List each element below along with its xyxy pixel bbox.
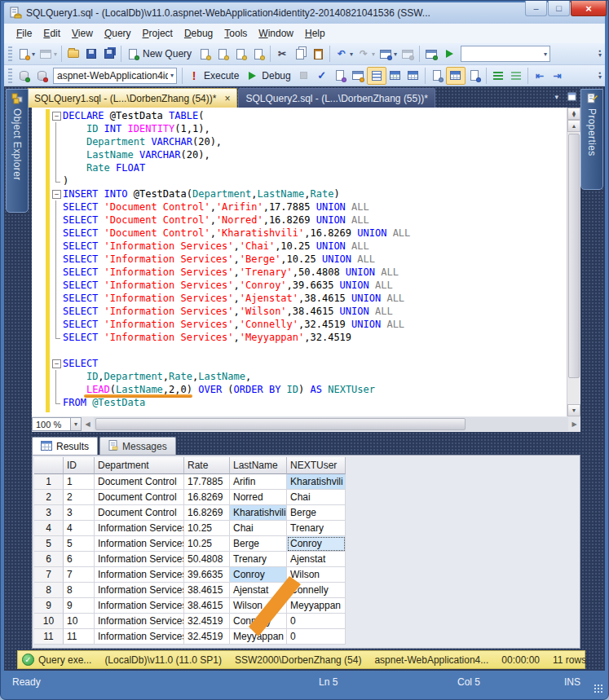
execute-button[interactable]: !Execute [185,67,243,85]
row-header[interactable]: 5 [34,536,64,552]
menu-edit[interactable]: Edit [38,25,66,42]
cell-rate[interactable]: 32.4519 [184,614,230,629]
cell-department[interactable]: Information Services [95,583,184,598]
intellisense-icon[interactable] [367,67,386,85]
new-query-button[interactable]: New Query [124,45,196,63]
outdent-icon[interactable]: ⇤ [531,67,549,85]
comment-icon[interactable] [489,67,507,85]
cancel-query-icon[interactable] [295,67,313,85]
title-bar[interactable]: SQLQuery1.sql - (LocalDb)\v11.0.aspnet-W… [4,2,605,24]
object-explorer-tab[interactable]: Object Explorer [6,89,29,213]
cell-nextuser[interactable]: Kharatishvili [287,474,346,490]
cell-rate[interactable]: 39.6635 [184,567,230,583]
cell-id[interactable]: 4 [64,521,95,536]
edit-top-rows-icon[interactable] [404,67,422,85]
column-header-id[interactable]: ID [64,457,95,474]
row-header[interactable]: 9 [34,598,64,614]
cell-lastname[interactable]: Trenary [230,552,287,567]
results-tab-messages[interactable]: Messages [99,437,176,456]
estimated-plan-icon[interactable] [331,67,349,85]
resize-grip[interactable] [594,684,603,693]
cell-rate[interactable]: 32.4519 [184,629,230,645]
cell-nextuser[interactable]: Trenary [287,521,346,536]
cell-lastname[interactable]: Kharatishvili [230,505,287,521]
uncomment-icon[interactable] [507,67,525,85]
undo-icon[interactable]: ↶▾ [333,45,355,63]
close-button[interactable]: × [571,1,607,16]
zoom-level-combo[interactable]: 100 % [32,417,71,431]
cell-lastname[interactable]: Norred [230,490,287,505]
row-header[interactable]: 10 [34,614,64,629]
cell-id[interactable]: 10 [64,614,95,629]
cell-department[interactable]: Information Services [95,598,184,614]
cell-nextuser[interactable]: Ajenstat [287,552,346,567]
activity-monitor-icon[interactable] [422,45,440,63]
debug-button[interactable]: Debug [243,67,294,85]
row-header[interactable]: 6 [34,552,64,567]
row-header[interactable]: 3 [34,505,64,521]
database-engine-query-icon[interactable] [196,45,214,63]
scroll-up-arrow[interactable]: ▲ [567,120,580,132]
cell-rate[interactable]: 16.8269 [184,490,230,505]
cell-rate[interactable]: 17.7885 [184,474,230,490]
cell-department[interactable]: Information Services [95,629,184,645]
sql-editor[interactable]: DECLARE @TestData TABLE( ID INT IDENTITY… [32,108,567,416]
scroll-thumb[interactable] [568,134,580,378]
save-icon[interactable] [82,45,100,63]
cell-rate[interactable]: 50.4808 [184,552,230,567]
menu-debug[interactable]: Debug [179,25,218,42]
horizontal-scroll-thumb[interactable] [95,418,466,430]
font-size-combo[interactable]: ▾ [461,46,550,62]
redo-icon[interactable]: ↷▾ [355,45,377,63]
menu-tools[interactable]: Tools [218,25,253,42]
row-header[interactable]: 8 [34,583,64,598]
split-handle[interactable]: ▲▼ [567,108,580,120]
cell-id[interactable]: 7 [64,567,95,583]
cell-id[interactable]: 2 [64,490,95,505]
navigate-forward-icon[interactable] [399,45,417,63]
column-header-nextuser[interactable]: NEXTUser [287,457,346,474]
document-tab-1[interactable]: SQLQuery1.sql - (L...\DorbenZhang (54))*… [27,88,237,108]
minimize-button[interactable]: – [525,1,547,16]
cell-department[interactable]: Information Services [95,567,184,583]
cell-department[interactable]: Information Services [95,552,184,567]
cell-nextuser[interactable]: Chai [287,490,346,505]
horizontal-scrollbar[interactable] [94,417,568,431]
menu-view[interactable]: View [66,25,99,42]
parse-icon[interactable]: ✓ [313,67,331,85]
grid-corner-cell[interactable] [34,457,64,474]
column-header-department[interactable]: Department [95,457,184,474]
properties-tab[interactable]: Properties [580,89,603,190]
editor-vertical-scrollbar[interactable]: ▲▼ ▲ ▼ [567,108,580,416]
save-all-icon[interactable] [100,45,118,63]
scroll-right-arrow[interactable]: ▶ [568,417,580,431]
specify-values-icon[interactable] [386,67,404,85]
results-file-icon[interactable] [466,67,483,85]
cell-id[interactable]: 8 [64,583,95,598]
new-window-icon[interactable]: ▾ [37,45,59,63]
cell-id[interactable]: 9 [64,598,95,614]
maximize-button[interactable]: □ [548,1,570,16]
results-tab-results[interactable]: Results [32,437,98,456]
row-header[interactable]: 4 [34,521,64,536]
mdx-query-icon[interactable] [214,45,232,63]
menu-window[interactable]: Window [253,25,299,42]
cut-icon[interactable]: ✂ [273,45,291,63]
paste-icon[interactable] [309,45,327,63]
toolbar-overflow-icon[interactable]: ▪▾ [598,50,602,58]
cell-department[interactable]: Information Services [95,536,184,552]
cell-rate[interactable]: 16.8269 [184,505,230,521]
cell-nextuser[interactable]: Berge [287,505,346,521]
cell-department[interactable]: Information Services [95,614,184,629]
new-query-tab-icon[interactable]: ▾ [15,45,37,63]
cell-nextuser[interactable]: Conroy [287,536,346,552]
row-header[interactable]: 1 [34,474,64,490]
scroll-down-arrow[interactable]: ▼ [567,404,580,416]
tab-list-dropdown-icon[interactable]: ▾ [554,93,558,101]
xmla-query-icon[interactable] [249,45,267,63]
database-combo[interactable]: aspnet-WebApplication4ide▾ [53,68,177,84]
change-connection-icon[interactable] [15,67,33,85]
menu-query[interactable]: Query [99,25,137,42]
cell-rate[interactable]: 38.4615 [184,583,230,598]
menu-file[interactable]: File [11,25,38,42]
